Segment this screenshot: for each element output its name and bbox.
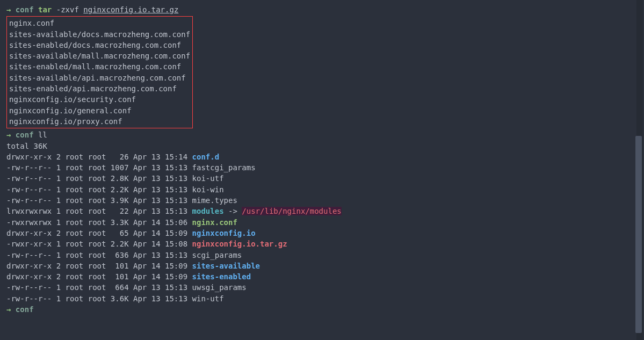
ll-row: -rw-r--r-- 1 root root 2.8K Apr 13 15:13…: [6, 173, 638, 184]
scrollbar-track[interactable]: [636, 0, 643, 340]
tar-line: sites-available/docs.macrozheng.com.conf: [9, 29, 190, 40]
ll-row: -rw-r--r-- 1 root root 2.2K Apr 13 15:13…: [6, 184, 638, 195]
ll-row: drwxr-xr-x 2 root root 65 Apr 14 15:09 n…: [6, 228, 638, 238]
ll-row: -rw-r--r-- 1 root root 3.6K Apr 13 15:13…: [6, 293, 638, 304]
ll-row: drwxr-xr-x 2 root root 101 Apr 14 15:09 …: [6, 261, 638, 271]
ll-total: total 36K: [6, 141, 638, 151]
ll-row: -rw-r--r-- 1 root root 664 Apr 13 15:13 …: [6, 282, 638, 293]
prompt-arrow: →: [6, 305, 16, 314]
cmd-file: nginxconfig.io.tar.gz: [83, 5, 178, 14]
cmd-tar: tar: [38, 5, 52, 14]
prompt-cwd: conf: [16, 5, 34, 14]
cmd-ll: ll: [38, 131, 47, 139]
tar-line: nginx.conf: [9, 18, 190, 28]
ll-row: -rw-r--r-- 1 root root 3.9K Apr 13 15:13…: [6, 195, 638, 206]
ll-row: lrwxrwxrwx 1 root root 22 Apr 13 15:13 m…: [6, 206, 638, 216]
prompt-arrow: →: [6, 5, 16, 14]
cmd-args: -zxvf: [52, 5, 83, 14]
terminal[interactable]: → conf tar -zxvf nginxconfig.io.tar.gz n…: [6, 4, 638, 315]
ll-row: -rwxrwxrwx 1 root root 3.3K Apr 14 15:06…: [6, 217, 638, 228]
prompt-cwd: conf: [16, 131, 34, 139]
tar-line: sites-enabled/api.macrozheng.com.conf: [9, 83, 190, 94]
tar-line: sites-enabled/mall.macrozheng.com.conf: [9, 61, 190, 72]
ll-row: -rw-r--r-- 1 root root 636 Apr 13 15:13 …: [6, 250, 638, 261]
prompt-line-1: → conf tar -zxvf nginxconfig.io.tar.gz: [6, 4, 638, 15]
tar-line: sites-enabled/docs.macrozheng.com.conf: [9, 40, 190, 50]
prompt-line-2: → conf ll: [6, 129, 638, 140]
ll-row: drwxr-xr-x 2 root root 101 Apr 14 15:09 …: [6, 271, 638, 282]
tar-line: nginxconfig.io/proxy.conf: [9, 116, 190, 127]
prompt-arrow: →: [6, 131, 16, 139]
tar-line: sites-available/api.macrozheng.com.conf: [9, 73, 190, 83]
tar-output-highlight: nginx.conf sites-available/docs.macrozhe…: [6, 16, 193, 128]
prompt-line-3: → conf: [6, 304, 638, 315]
scrollbar-thumb[interactable]: [635, 136, 642, 333]
prompt-cwd: conf: [16, 305, 34, 314]
ll-row: -rw-r--r-- 1 root root 1007 Apr 13 15:13…: [6, 162, 638, 173]
tar-line: nginxconfig.io/general.conf: [9, 105, 190, 116]
tar-line: sites-available/mall.macrozheng.com.conf: [9, 50, 190, 61]
ll-listing: drwxr-xr-x 2 root root 26 Apr 13 15:14 c…: [6, 151, 638, 304]
tar-line: nginxconfig.io/security.conf: [9, 94, 190, 105]
ll-row: -rwxr-xr-x 1 root root 2.2K Apr 14 15:08…: [6, 238, 638, 249]
ll-row: drwxr-xr-x 2 root root 26 Apr 13 15:14 c…: [6, 151, 638, 162]
